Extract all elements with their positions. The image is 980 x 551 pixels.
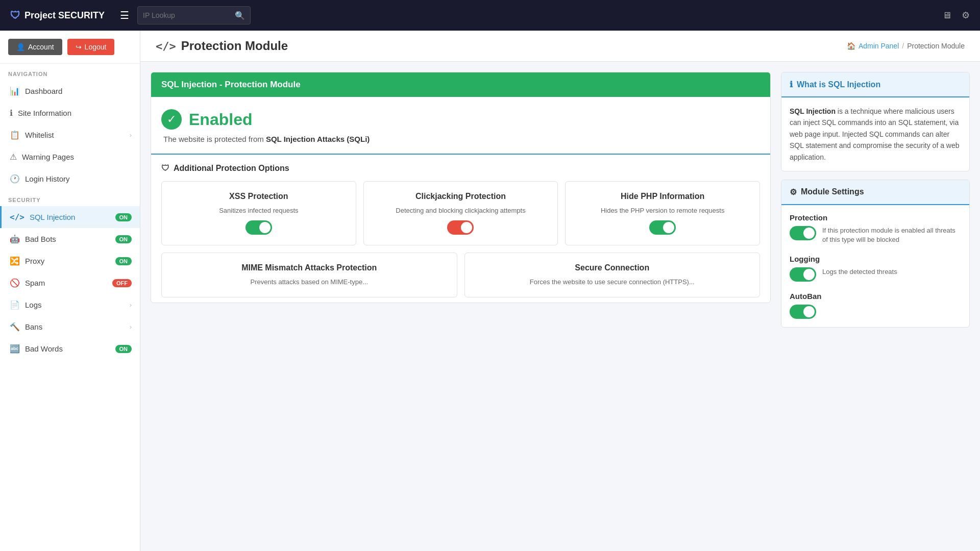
sidebar-item-label: Site Information [18, 109, 71, 117]
proxy-icon: 🔀 [10, 256, 20, 266]
sidebar-item-proxy[interactable]: 🔀 Proxy ON [0, 250, 140, 272]
info-icon: ℹ [790, 80, 793, 89]
chevron-right-icon: › [130, 301, 132, 309]
sidebar-item-bad-words[interactable]: 🔤 Bad Words ON [0, 338, 140, 360]
search-icon[interactable]: 🔍 [235, 11, 245, 20]
sidebar-item-label: Spam [25, 279, 45, 287]
module-header: SQL Injection - Protection Module [151, 72, 770, 97]
account-button[interactable]: 👤 Account [8, 39, 62, 55]
logo-text: Project SECURITY [24, 10, 105, 21]
options-grid-2col: MIME Mismatch Attacks Protection Prevent… [161, 253, 760, 297]
sidebar-item-label: Whitelist [25, 131, 54, 139]
status-text: Enabled [189, 110, 252, 129]
sidebar-item-label: Bans [25, 322, 42, 331]
sidebar-item-label: Bad Words [25, 344, 63, 353]
autoban-label: AutoBan [790, 292, 961, 300]
logout-icon: ↪ [76, 43, 82, 51]
topbar-icons: 🖥 ⚙ [942, 10, 970, 21]
logging-desc: Logs the detected threats [822, 267, 897, 277]
logs-icon: 📄 [10, 300, 20, 310]
logging-setting: Logging Logs the detected threats [790, 255, 961, 282]
sidebar-item-label: SQL Injection [30, 213, 76, 221]
toggle-knob [259, 222, 271, 233]
monitor-icon[interactable]: 🖥 [942, 10, 951, 21]
protection-desc: If this protection module is enabled all… [822, 226, 961, 244]
sidebar-item-label: Logs [25, 300, 42, 309]
hide-php-toggle[interactable] [649, 220, 676, 235]
autoban-setting: AutoBan [790, 292, 961, 319]
page-header: </> Protection Module 🏠 Admin Panel / Pr… [140, 31, 980, 62]
sidebar-item-spam[interactable]: 🚫 Spam OFF [0, 272, 140, 294]
protection-setting: Protection If this protection module is … [790, 213, 961, 244]
dashboard-icon: 📊 [10, 86, 20, 96]
mime-title: MIME Mismatch Attacks Protection [241, 263, 377, 272]
list-icon: 📋 [10, 130, 20, 140]
settings-icon[interactable]: ⚙ [962, 10, 970, 21]
xss-desc: Sanitizes infected requests [219, 206, 298, 215]
sidebar-item-site-information[interactable]: ℹ Site Information [0, 102, 140, 124]
sidebar-item-logs[interactable]: 📄 Logs › [0, 294, 140, 316]
hide-php-card: Hide PHP Information Hides the PHP versi… [565, 181, 760, 245]
sidebar: 👤 Account ↪ Logout NAVIGATION 📊 Dashboar… [0, 31, 140, 551]
xss-protection-card: XSS Protection Sanitizes infected reques… [161, 181, 356, 245]
badwords-icon: 🔤 [10, 344, 20, 354]
search-input[interactable] [143, 11, 235, 19]
sidebar-item-label: Proxy [25, 257, 44, 265]
sidebar-item-whitelist[interactable]: 📋 Whitelist › [0, 124, 140, 146]
options-grid: XSS Protection Sanitizes infected reques… [161, 181, 760, 245]
additional-options-title: 🛡 Additional Protection Options [161, 164, 760, 173]
bot-icon: 🤖 [10, 234, 20, 244]
settings-body: Protection If this protection module is … [781, 205, 969, 327]
clickjacking-desc: Detecting and blocking clickjacking atte… [396, 206, 525, 215]
check-icon: ✓ [161, 109, 182, 130]
protection-toggle-row: If this protection module is enabled all… [790, 226, 961, 244]
logo: 🛡 Project SECURITY [10, 10, 105, 21]
sidebar-item-warning-pages[interactable]: ⚠ Warning Pages [0, 146, 140, 168]
breadcrumb-current: Protection Module [907, 42, 965, 50]
code-icon: </> [10, 212, 24, 222]
sidebar-item-bad-bots[interactable]: 🤖 Bad Bots ON [0, 228, 140, 250]
breadcrumb-home-link[interactable]: Admin Panel [859, 42, 899, 50]
sidebar-item-dashboard[interactable]: 📊 Dashboard [0, 80, 140, 102]
spam-badge: OFF [112, 279, 132, 287]
info-icon: ℹ [10, 108, 13, 118]
toggle-knob [663, 222, 674, 233]
xss-toggle[interactable] [246, 220, 272, 235]
sidebar-item-label: Login History [25, 174, 70, 183]
content-right: ℹ What is SQL Injection SQL Injection is… [781, 72, 970, 541]
info-card-header: ℹ What is SQL Injection [781, 72, 969, 97]
breadcrumb-separator: / [902, 42, 904, 50]
logout-button[interactable]: ↪ Logout [67, 39, 115, 55]
settings-card-header: ⚙ Module Settings [781, 180, 969, 205]
autoban-toggle[interactable] [790, 305, 816, 319]
badwords-badge: ON [115, 345, 132, 353]
bad-bots-badge: ON [115, 235, 132, 243]
sidebar-item-label: Dashboard [25, 87, 62, 95]
status-desc: The website is protected from SQL Inject… [161, 135, 760, 143]
toggle-knob [803, 228, 815, 239]
sidebar-item-bans[interactable]: 🔨 Bans › [0, 316, 140, 338]
breadcrumb: 🏠 Admin Panel / Protection Module [847, 42, 965, 50]
clickjacking-toggle[interactable] [447, 220, 474, 235]
additional-options: 🛡 Additional Protection Options XSS Prot… [151, 155, 770, 303]
sidebar-item-login-history[interactable]: 🕐 Login History [0, 168, 140, 190]
autoban-toggle-row [790, 305, 961, 319]
clock-icon: 🕐 [10, 174, 20, 184]
bans-icon: 🔨 [10, 322, 20, 332]
sidebar-item-sql-injection[interactable]: </> SQL Injection ON [0, 206, 140, 228]
user-icon: 👤 [16, 43, 25, 51]
settings-card: ⚙ Module Settings Protection If this pro… [781, 180, 970, 328]
mime-desc: Prevents attacks based on MIME-type... [251, 278, 369, 287]
page-title: </> Protection Module [156, 39, 288, 53]
hamburger-button[interactable]: ☰ [120, 9, 129, 21]
sidebar-account-area: 👤 Account ↪ Logout [0, 31, 140, 64]
sql-injection-badge: ON [115, 213, 132, 221]
protection-label: Protection [790, 213, 961, 222]
logging-toggle[interactable] [790, 267, 816, 282]
sidebar-item-label: Warning Pages [22, 153, 74, 161]
home-icon: 🏠 [847, 42, 855, 50]
topbar: 🛡 Project SECURITY ☰ 🔍 🖥 ⚙ [0, 0, 980, 31]
secure-title: Secure Connection [575, 263, 649, 272]
clickjacking-title: Clickjacking Protection [415, 192, 506, 201]
protection-toggle[interactable] [790, 226, 816, 240]
